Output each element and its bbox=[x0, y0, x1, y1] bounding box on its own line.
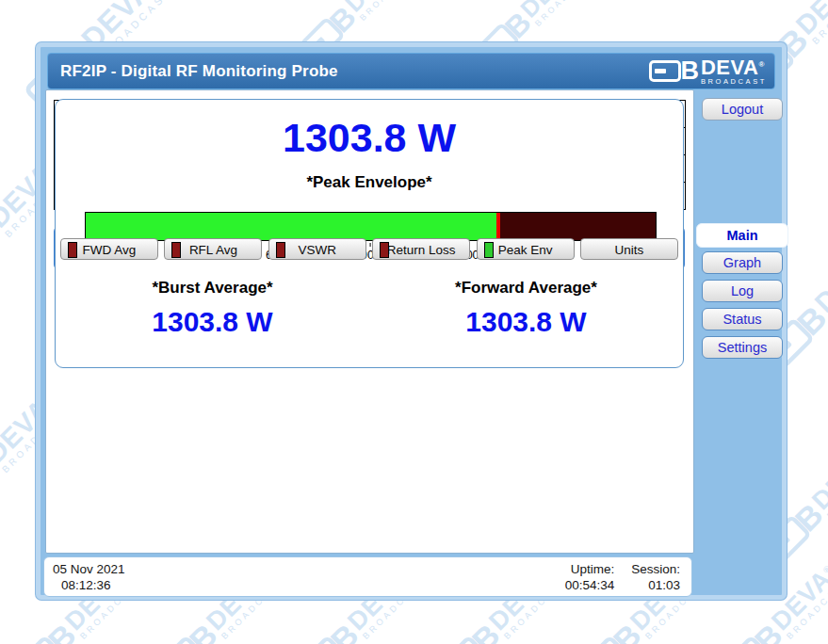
burst-average-value: 1303.8 W bbox=[56, 306, 369, 338]
display-mode-button-return-loss[interactable]: Return Loss bbox=[372, 238, 470, 260]
led-indicator bbox=[484, 242, 494, 258]
peak-envelope-value: 1303.8 W bbox=[56, 115, 683, 161]
logout-button[interactable]: Logout bbox=[702, 98, 783, 121]
led-indicator bbox=[171, 242, 181, 258]
peak-envelope-label: *Peak Envelope* bbox=[56, 173, 683, 192]
page: { "brand": { "glyph_b": "B", "name": "DE… bbox=[0, 0, 828, 644]
status-footer: 05 Nov 2021 08:12:36 Uptime: 00:54:34 Se… bbox=[43, 556, 692, 597]
display-mode-button-units[interactable]: Units bbox=[580, 238, 678, 260]
readings-panel: 1303.8 W *Peak Envelope* 015030045060075… bbox=[55, 99, 684, 368]
display-mode-button-rfl-avg[interactable]: RFL Avg bbox=[164, 238, 262, 260]
sidebar-tab-settings[interactable]: Settings bbox=[702, 336, 783, 359]
session-value: 01:03 bbox=[631, 577, 680, 593]
main-content-panel: 1303.8 W *Peak Envelope* 015030045060075… bbox=[45, 89, 694, 554]
display-mode-button-label: Peak Env bbox=[483, 240, 568, 260]
registered-mark: ® bbox=[758, 60, 764, 69]
sidebar-tab-status[interactable]: Status bbox=[702, 308, 783, 330]
display-mode-button-vswr[interactable]: VSWR bbox=[268, 238, 366, 260]
burst-average-label: *Burst Average* bbox=[56, 279, 369, 298]
display-mode-button-fwd-avg[interactable]: FWD Avg bbox=[60, 238, 158, 260]
logo-brand-sub: BROADCAST bbox=[701, 77, 767, 86]
power-bargraph bbox=[85, 212, 657, 241]
uptime-value: 00:54:34 bbox=[565, 577, 615, 593]
logo-brand-name: DEVA bbox=[701, 56, 759, 79]
deva-brand-logo: B DEVA® BROADCAST bbox=[649, 56, 774, 86]
forward-average-label: *Forward Average* bbox=[369, 279, 683, 298]
forward-average-value: 1303.8 W bbox=[369, 306, 683, 338]
led-indicator bbox=[68, 242, 77, 258]
session-label: Session: bbox=[631, 561, 680, 577]
uptime-label: Uptime: bbox=[565, 561, 615, 577]
sidebar-tab-main[interactable]: Main bbox=[696, 223, 788, 248]
gauge-marker bbox=[496, 213, 500, 240]
display-mode-button-label: RFL Avg bbox=[170, 240, 255, 260]
tick-mark bbox=[370, 243, 371, 247]
gauge-fill bbox=[86, 213, 498, 240]
sidebar-tab-graph[interactable]: Graph bbox=[702, 251, 783, 274]
footer-date: 05 Nov 2021 bbox=[53, 561, 125, 577]
led-indicator bbox=[380, 242, 389, 258]
sidebar-tab-log[interactable]: Log bbox=[702, 280, 783, 302]
display-mode-button-label: Units bbox=[587, 240, 672, 260]
display-mode-button-peak-env[interactable]: Peak Env bbox=[477, 238, 575, 260]
display-mode-button-label: Return Loss bbox=[379, 240, 463, 260]
logo-b-glyph: B bbox=[680, 60, 698, 82]
page-title: RF2IP - Digital RF Monitoring Probe bbox=[48, 62, 338, 81]
led-indicator bbox=[276, 242, 285, 258]
display-mode-button-label: FWD Avg bbox=[67, 240, 152, 260]
logo-d-icon bbox=[649, 60, 681, 82]
header-bar: RF2IP - Digital RF Monitoring Probe B DE… bbox=[47, 53, 775, 89]
display-mode-button-label: VSWR bbox=[275, 240, 360, 260]
app-window: RF2IP - Digital RF Monitoring Probe B DE… bbox=[36, 42, 787, 600]
footer-time: 08:12:36 bbox=[53, 577, 125, 593]
